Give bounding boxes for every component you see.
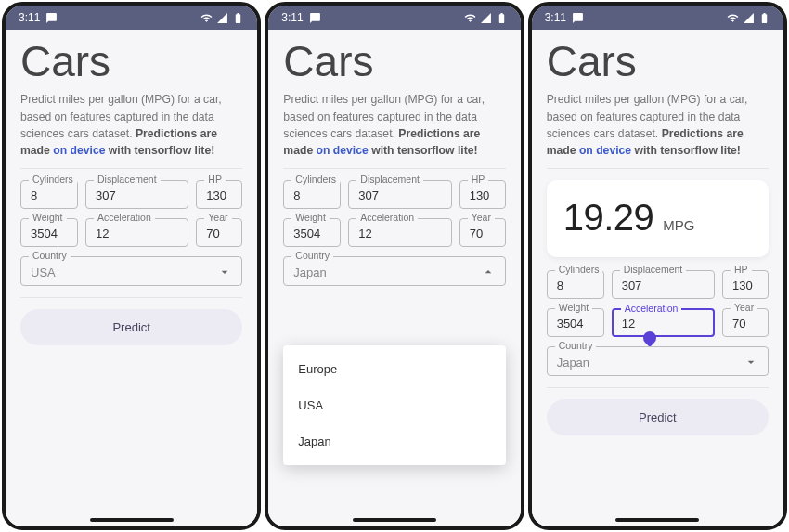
- signal-icon: [743, 12, 755, 24]
- year-field[interactable]: Year 70: [459, 218, 506, 247]
- weight-field[interactable]: Weight 3504: [20, 218, 78, 247]
- phone-screen-1: 3:11 Cars Predict miles per gallon (MPG)…: [2, 2, 261, 530]
- country-select[interactable]: Country Japan: [283, 256, 505, 286]
- country-label: Country: [29, 250, 71, 261]
- dropdown-option-europe[interactable]: Europe: [283, 351, 505, 387]
- battery-icon: [758, 12, 770, 24]
- predict-button[interactable]: Predict: [20, 309, 242, 345]
- signal-icon: [480, 12, 492, 24]
- phone-screen-2: 3:11 Cars Predict miles per gallon (MPG)…: [265, 2, 524, 530]
- divider: [20, 168, 242, 169]
- country-select[interactable]: Country Japan: [547, 346, 769, 376]
- weight-label: Weight: [29, 212, 67, 223]
- page-title: Cars: [283, 39, 505, 84]
- phone-screen-3: 3:11 Cars Predict miles per gallon (MPG)…: [528, 2, 787, 530]
- displacement-field[interactable]: Displacement 307: [612, 270, 715, 299]
- predict-button[interactable]: Predict: [547, 399, 769, 435]
- chevron-down-icon: [217, 265, 232, 279]
- page-subtitle: Predict miles per gallon (MPG) for a car…: [547, 91, 769, 159]
- on-device-link[interactable]: on device: [53, 144, 105, 157]
- status-bar: 3:11: [268, 6, 520, 30]
- page-title: Cars: [20, 39, 242, 84]
- country-value: Japan: [557, 356, 744, 370]
- nav-bar: [268, 513, 520, 526]
- status-bar: 3:11: [532, 6, 783, 30]
- displacement-value: 307: [96, 188, 178, 202]
- prediction-result-card: 19.29 MPG: [547, 180, 769, 257]
- nav-pill[interactable]: [353, 518, 436, 522]
- divider: [20, 297, 242, 298]
- country-select[interactable]: Country USA: [20, 256, 242, 286]
- chat-icon: [572, 12, 584, 24]
- acceleration-field[interactable]: Acceleration 12: [612, 308, 715, 337]
- on-device-link[interactable]: on device: [317, 144, 369, 157]
- app-screen: Cars Predict miles per gallon (MPG) for …: [6, 30, 257, 513]
- hp-field[interactable]: HP 130: [722, 270, 769, 299]
- chevron-down-icon: [744, 355, 758, 370]
- year-value: 70: [206, 227, 232, 240]
- displacement-field[interactable]: Displacement 307: [85, 180, 188, 209]
- cylinders-value: 8: [31, 188, 68, 202]
- year-label: Year: [204, 212, 231, 223]
- battery-icon: [232, 12, 244, 24]
- country-value: USA: [31, 266, 217, 279]
- nav-bar: [6, 513, 257, 526]
- weight-field[interactable]: Weight 3504: [283, 218, 341, 247]
- cylinders-field[interactable]: Cylinders 8: [20, 180, 78, 209]
- displacement-label: Displacement: [94, 174, 161, 185]
- battery-icon: [496, 12, 508, 24]
- wifi-icon: [464, 12, 476, 24]
- nav-bar: [532, 513, 783, 526]
- wifi-icon: [200, 12, 213, 24]
- text-cursor-handle[interactable]: [640, 330, 659, 348]
- chat-icon: [309, 12, 321, 24]
- nav-pill[interactable]: [615, 518, 699, 522]
- app-screen: Cars Predict miles per gallon (MPG) for …: [268, 30, 520, 513]
- hp-field[interactable]: HP 130: [196, 180, 242, 209]
- page-title: Cars: [547, 39, 769, 84]
- nav-pill[interactable]: [90, 518, 174, 522]
- wifi-icon: [727, 12, 739, 24]
- status-time: 3:11: [281, 11, 303, 24]
- result-value: 19.29: [563, 197, 654, 239]
- signal-icon: [216, 12, 228, 24]
- weight-value: 3504: [31, 227, 68, 240]
- year-field[interactable]: Year 70: [722, 308, 769, 337]
- weight-field[interactable]: Weight 3504: [547, 308, 604, 337]
- status-time: 3:11: [545, 11, 566, 24]
- chat-icon: [45, 12, 58, 24]
- divider: [283, 168, 505, 169]
- acceleration-label: Acceleration: [94, 212, 155, 223]
- result-unit: MPG: [663, 217, 694, 233]
- status-bar: 3:11: [6, 6, 257, 30]
- cylinders-field[interactable]: Cylinders 8: [283, 180, 341, 209]
- page-subtitle: Predict miles per gallon (MPG) for a car…: [20, 91, 242, 159]
- divider: [547, 387, 769, 388]
- hp-label: HP: [204, 174, 226, 185]
- year-field[interactable]: Year 70: [196, 218, 242, 247]
- page-subtitle: Predict miles per gallon (MPG) for a car…: [283, 91, 505, 159]
- app-screen: Cars Predict miles per gallon (MPG) for …: [532, 30, 783, 513]
- hp-field[interactable]: HP 130: [459, 180, 506, 209]
- dropdown-option-usa[interactable]: USA: [283, 387, 505, 423]
- country-dropdown-menu: Europe USA Japan: [283, 345, 505, 465]
- country-value: Japan: [293, 266, 480, 279]
- status-time: 3:11: [19, 11, 40, 24]
- cylinders-label: Cylinders: [29, 174, 77, 185]
- on-device-link[interactable]: on device: [579, 144, 631, 157]
- acceleration-field[interactable]: Acceleration 12: [85, 218, 188, 247]
- acceleration-value: 12: [96, 227, 178, 240]
- cylinders-field[interactable]: Cylinders 8: [547, 270, 604, 299]
- acceleration-field[interactable]: Acceleration 12: [348, 218, 451, 247]
- dropdown-option-japan[interactable]: Japan: [283, 423, 505, 460]
- chevron-up-icon: [481, 265, 496, 279]
- divider: [547, 168, 769, 169]
- hp-value: 130: [206, 188, 232, 202]
- displacement-field[interactable]: Displacement 307: [348, 180, 451, 209]
